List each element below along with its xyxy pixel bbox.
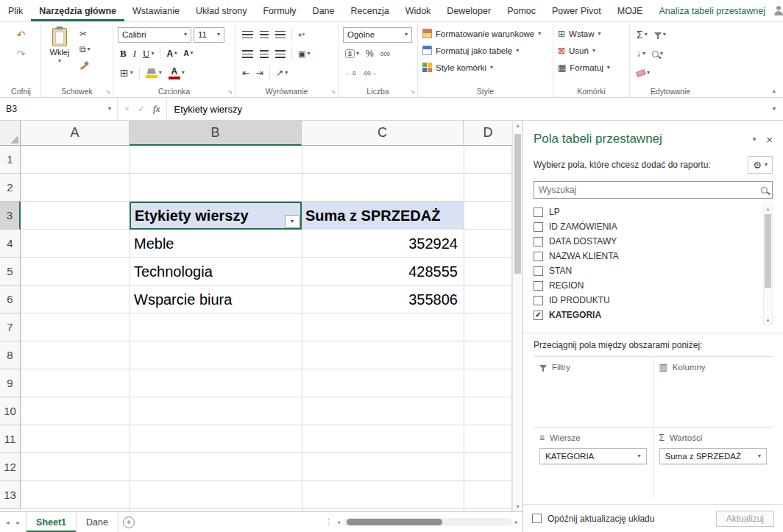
insert-function-icon[interactable]: fx	[153, 103, 160, 115]
format-as-table-button[interactable]: Formatuj jako tabelę▾	[422, 43, 548, 58]
tab-file[interactable]: Plik	[0, 0, 31, 21]
filters-drop-zone[interactable]	[539, 374, 647, 377]
merge-center-button[interactable]: ▣▾	[296, 49, 312, 59]
row-header-4[interactable]: 4	[0, 230, 21, 258]
dialog-launcher-icon[interactable]: ↘	[410, 89, 415, 95]
close-icon[interactable]: ×	[766, 134, 773, 145]
field-item-region[interactable]: REGION	[534, 278, 761, 293]
row-header-5[interactable]: 5	[0, 258, 21, 285]
bold-button[interactable]: B	[118, 47, 129, 60]
row-header-8[interactable]: 8	[0, 341, 21, 369]
number-format-combo[interactable]: Ogólne▾	[343, 27, 412, 43]
format-cells-button[interactable]: ▦Formatuj▾	[558, 60, 625, 75]
fill-color-button[interactable]: ▾	[144, 68, 164, 79]
collapse-ribbon-icon[interactable]: ▴	[772, 87, 776, 94]
row-header-13[interactable]: 13	[0, 481, 21, 509]
font-name-combo[interactable]: Calibri▾	[118, 27, 191, 43]
sort-filter-button[interactable]: ▾	[652, 31, 668, 38]
confirm-entry-icon[interactable]: ✓	[138, 104, 145, 114]
orientation-button[interactable]: ↗▾	[274, 68, 290, 78]
undo-button[interactable]: ↶	[15, 29, 28, 40]
tab-view[interactable]: Widok	[397, 0, 439, 21]
row-header-3[interactable]: 3	[0, 202, 21, 230]
tab-home[interactable]: Narzędzia główne	[31, 0, 124, 21]
field-item-id-produktu[interactable]: ID PRODUKTU	[534, 293, 761, 308]
tab-review[interactable]: Recenzja	[343, 0, 397, 21]
tab-splitter-handle[interactable]: ⋮	[320, 512, 337, 532]
columns-area[interactable]: ▥Kolumny	[653, 357, 773, 428]
decrease-indent-button[interactable]: ⇤	[240, 68, 252, 78]
sheet-cells[interactable]: Etykiety wierszy Suma z SPRZEDAŻ ▾ Meble…	[21, 146, 512, 511]
align-top-button[interactable]	[240, 30, 255, 40]
cell-b3[interactable]: Etykiety wierszy	[130, 202, 302, 230]
fill-button[interactable]: ↓▾	[634, 49, 648, 59]
row-header-11[interactable]: 11	[0, 425, 21, 453]
cancel-entry-icon[interactable]: ×	[124, 104, 130, 114]
column-header-b[interactable]: B	[130, 121, 302, 146]
expand-formula-bar-icon[interactable]: ▾	[773, 106, 776, 112]
row-header-7[interactable]: 7	[0, 313, 21, 341]
cell-c3[interactable]: Suma z SPRZEDAŻ	[302, 202, 464, 230]
scroll-down-icon[interactable]: ▾	[513, 503, 522, 510]
scroll-left-icon[interactable]: ◂	[337, 519, 340, 525]
rows-area[interactable]: ≡Wiersze KATEGORIA▾	[534, 428, 653, 498]
underline-button[interactable]: U▾	[141, 47, 156, 60]
rows-field-chip[interactable]: KATEGORIA▾	[539, 448, 647, 464]
decrease-decimal-button[interactable]: .00→	[361, 69, 379, 77]
tab-developer[interactable]: Deweloper	[439, 0, 499, 21]
column-header-a[interactable]: A	[21, 121, 130, 146]
align-center-button[interactable]	[258, 49, 271, 59]
field-item-stan[interactable]: STAN	[534, 263, 761, 278]
checkbox-checked[interactable]: ✓	[534, 311, 543, 320]
checkbox[interactable]	[534, 252, 543, 261]
dialog-launcher-icon[interactable]: ↘	[227, 89, 233, 95]
update-button[interactable]: Aktualizuj	[716, 511, 774, 527]
increase-indent-button[interactable]: ⇥	[254, 68, 266, 78]
row-header-1[interactable]: 1	[0, 146, 21, 174]
row-header-12[interactable]: 12	[0, 453, 21, 481]
vertical-scroll-thumb[interactable]	[514, 134, 521, 274]
find-select-button[interactable]: ▾	[650, 50, 665, 58]
row-header-6[interactable]: 6	[0, 285, 21, 313]
field-list-scroll-thumb[interactable]	[765, 214, 771, 288]
tab-formulas[interactable]: Formuły	[255, 0, 304, 21]
horizontal-scroll-thumb[interactable]	[347, 519, 442, 525]
dialog-launcher-icon[interactable]: ↘	[105, 89, 110, 95]
dialog-launcher-icon[interactable]: ↘	[330, 89, 336, 95]
tab-pivottable-analyze[interactable]: Analiza tabeli przestawnej	[651, 0, 773, 21]
tab-help[interactable]: Pomoc	[499, 0, 544, 21]
percent-format-button[interactable]: %	[364, 49, 376, 59]
column-header-c[interactable]: C	[302, 121, 464, 146]
conditional-formatting-button[interactable]: Formatowanie warunkowe▾	[422, 26, 548, 41]
field-item-id-zamowienia[interactable]: ID ZAMÓWIENIA	[534, 219, 761, 234]
cell-b4[interactable]: Meble	[130, 230, 302, 258]
vertical-scrollbar[interactable]: ▴ ▾	[512, 121, 522, 511]
align-middle-button[interactable]	[258, 30, 271, 40]
align-right-button[interactable]	[273, 49, 288, 59]
row-labels-filter-button[interactable]: ▾	[285, 215, 300, 228]
align-bottom-button[interactable]	[273, 30, 288, 40]
tab-insert[interactable]: Wstawianie	[124, 0, 188, 21]
sheet-nav-left-icon[interactable]: ◂	[6, 519, 10, 526]
sheet-tab-dane[interactable]: Dane	[77, 512, 118, 532]
horizontal-scrollbar[interactable]: ◂ ▸	[337, 512, 522, 532]
field-item-nazwa-klienta[interactable]: NAZWA KLIENTA	[534, 249, 761, 263]
column-header-d[interactable]: D	[464, 121, 512, 146]
defer-layout-checkbox[interactable]	[532, 514, 542, 523]
tab-page-layout[interactable]: Układ strony	[188, 0, 255, 21]
field-item-data-dostawy[interactable]: DATA DOSTAWY	[534, 234, 761, 249]
cell-b5[interactable]: Technologia	[130, 258, 302, 285]
row-header-2[interactable]: 2	[0, 174, 21, 202]
cell-c4[interactable]: 352924	[302, 230, 464, 258]
name-box[interactable]: B3 ▾	[0, 98, 118, 120]
comma-format-button[interactable]: 000	[378, 50, 392, 58]
tab-my[interactable]: MOJE	[609, 0, 651, 21]
sheet-tab-sheet1[interactable]: Sheet1	[26, 512, 77, 532]
cell-b6[interactable]: Wsparcie biura	[130, 285, 302, 313]
currency-format-button[interactable]: $▾	[343, 49, 361, 59]
decrease-font-button[interactable]: A▾	[182, 49, 196, 58]
values-drop-zone[interactable]: Suma z SPRZEDAŻ▾	[659, 444, 768, 464]
checkbox[interactable]	[534, 266, 543, 276]
values-field-chip[interactable]: Suma z SPRZEDAŻ▾	[659, 448, 768, 464]
tab-power-pivot[interactable]: Power Pivot	[544, 0, 609, 21]
